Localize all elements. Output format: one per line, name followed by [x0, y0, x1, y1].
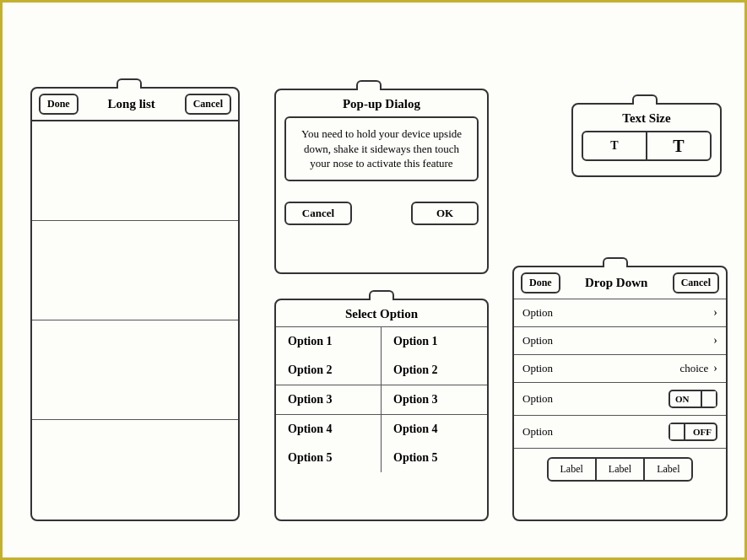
- long-list-title: Long list: [108, 97, 155, 111]
- cancel-button[interactable]: Cancel: [284, 202, 352, 225]
- drop-down-header: Done Drop Down Cancel: [514, 267, 726, 299]
- popup-actions: Cancel OK: [284, 202, 479, 225]
- option-cell[interactable]: Option 5: [382, 444, 487, 472]
- drop-down-rows: Option › Option › Option choice › Option…: [514, 299, 726, 448]
- option-cell[interactable]: Option 4: [276, 415, 382, 444]
- cancel-button[interactable]: Cancel: [673, 272, 719, 293]
- toggle-text: OFF: [693, 427, 712, 437]
- option-cell[interactable]: Option 1: [276, 327, 382, 356]
- done-button[interactable]: Done: [521, 272, 560, 293]
- panel-tab-notch: [116, 78, 142, 89]
- dropdown-row-toggle: Option OFF: [514, 415, 726, 448]
- panel-tab-notch: [603, 257, 628, 267]
- select-option-grid: Option 1 Option 1 Option 2 Option 2 Opti…: [276, 326, 487, 472]
- long-list-header: Done Long list Cancel: [32, 89, 238, 120]
- list-item[interactable]: [32, 221, 238, 320]
- dropdown-row-toggle: Option ON: [514, 382, 726, 415]
- list-item[interactable]: [32, 320, 238, 420]
- dropdown-row-choice[interactable]: Option choice ›: [514, 354, 726, 382]
- panel-tab-notch: [632, 94, 658, 105]
- text-size-panel: Text Size T T: [571, 103, 722, 177]
- list-item[interactable]: [32, 420, 238, 520]
- option-cell[interactable]: Option 1: [382, 327, 487, 356]
- option-cell[interactable]: Option 4: [382, 415, 487, 444]
- text-size-large[interactable]: T: [647, 132, 710, 159]
- row-label: Option: [522, 362, 553, 375]
- popup-title: Pop-up Dialog: [284, 90, 479, 116]
- option-cell[interactable]: Option 2: [276, 356, 382, 385]
- panel-tab-notch: [369, 290, 394, 300]
- cancel-button[interactable]: Cancel: [185, 94, 231, 115]
- option-cell[interactable]: Option 2: [382, 356, 487, 385]
- option-cell[interactable]: Option 3: [382, 385, 487, 415]
- drop-down-title: Drop Down: [585, 276, 647, 290]
- label-segmented: Label Label Label: [547, 457, 694, 482]
- toggle-knob: [670, 424, 685, 439]
- toggle-text: ON: [675, 394, 690, 404]
- label-segment[interactable]: Label: [595, 459, 643, 480]
- text-size-title: Text Size: [582, 105, 712, 131]
- option-cell[interactable]: Option 3: [276, 385, 382, 415]
- done-button[interactable]: Done: [39, 94, 78, 115]
- long-list-rows: [32, 120, 238, 520]
- drop-down-footer: Label Label Label: [514, 448, 726, 488]
- text-size-segmented: T T: [582, 131, 712, 161]
- label-segment[interactable]: Label: [643, 459, 691, 480]
- popup-dialog-panel: Pop-up Dialog You need to hold your devi…: [274, 89, 489, 274]
- list-item[interactable]: [32, 121, 238, 221]
- row-label: Option: [522, 425, 553, 439]
- ok-button[interactable]: OK: [411, 202, 479, 225]
- row-value: choice: [679, 362, 708, 375]
- popup-message: You need to hold your device upside down…: [284, 116, 479, 181]
- chevron-right-icon: ›: [713, 306, 717, 320]
- toggle-on[interactable]: ON: [669, 390, 717, 408]
- dropdown-row-nav[interactable]: Option ›: [514, 326, 726, 354]
- chevron-right-icon: ›: [713, 334, 717, 347]
- dropdown-row-nav[interactable]: Option ›: [514, 299, 726, 326]
- text-size-small[interactable]: T: [583, 132, 647, 159]
- toggle-knob: [701, 391, 716, 407]
- select-option-title: Select Option: [276, 300, 487, 326]
- chevron-right-icon: ›: [713, 362, 717, 375]
- drop-down-panel: Done Drop Down Cancel Option › Option › …: [512, 266, 728, 521]
- row-label: Option: [522, 392, 553, 406]
- select-option-panel: Select Option Option 1 Option 1 Option 2…: [274, 299, 489, 521]
- option-cell[interactable]: Option 5: [276, 444, 382, 472]
- label-segment[interactable]: Label: [549, 459, 595, 480]
- row-value-group: choice ›: [679, 362, 717, 375]
- row-label: Option: [522, 306, 553, 320]
- panel-tab-notch: [356, 80, 382, 90]
- row-label: Option: [522, 334, 553, 347]
- toggle-off[interactable]: OFF: [669, 423, 717, 441]
- long-list-panel: Done Long list Cancel: [30, 87, 240, 521]
